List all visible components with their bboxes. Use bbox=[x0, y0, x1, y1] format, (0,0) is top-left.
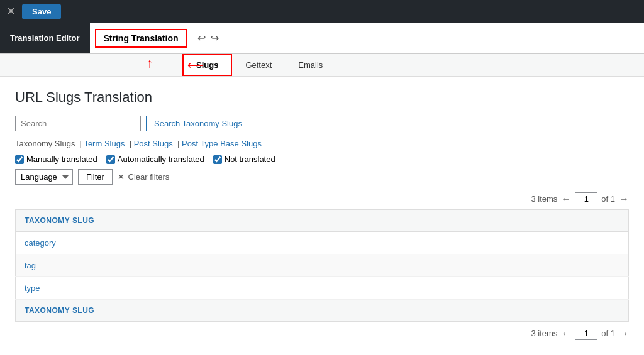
clear-filters-button[interactable]: ✕ Clear filters bbox=[118, 172, 170, 182]
slug-cell[interactable]: type bbox=[16, 277, 629, 300]
table-row: type bbox=[16, 277, 629, 300]
prev-page-button[interactable]: ← bbox=[561, 194, 571, 205]
manually-translated-checkbox[interactable] bbox=[15, 155, 24, 164]
not-translated-label: Not translated bbox=[225, 155, 275, 164]
term-slugs-link[interactable]: Term Slugs bbox=[84, 139, 125, 148]
auto-translated-label: Automatically translated bbox=[118, 155, 204, 164]
nav-right: String Translation ↑ ↩ ↪ bbox=[90, 23, 224, 53]
save-button[interactable]: Save bbox=[22, 4, 61, 19]
footer-header: TAXONOMY SLUG bbox=[16, 300, 629, 322]
next-page-button[interactable]: → bbox=[619, 194, 629, 205]
page-total: of 1 bbox=[601, 194, 615, 204]
not-translated-checkbox[interactable] bbox=[213, 155, 222, 164]
page-input-bottom[interactable] bbox=[575, 327, 597, 340]
filter-links: Taxonomy Slugs | Term Slugs | Post Slugs… bbox=[15, 139, 629, 148]
clear-filters-label: Clear filters bbox=[128, 172, 170, 182]
nav-bar: Translation Editor String Translation ↑ … bbox=[0, 23, 644, 54]
auto-translated-checkbox-label: Automatically translated bbox=[106, 155, 204, 164]
undo-redo-group: ↩ ↪ bbox=[197, 32, 219, 44]
tab-gettext[interactable]: Gettext bbox=[232, 54, 285, 76]
next-page-button-bottom[interactable]: → bbox=[619, 328, 629, 339]
auto-translated-checkbox[interactable] bbox=[106, 155, 115, 164]
tab-gettext-label: Gettext bbox=[245, 60, 272, 70]
lang-filter-row: Language Filter ✕ Clear filters bbox=[15, 169, 629, 185]
tab-emails[interactable]: Emails bbox=[285, 54, 336, 76]
pagination-top: 3 items ← of 1 → bbox=[15, 192, 629, 205]
string-translation-tab[interactable]: String Translation bbox=[95, 29, 187, 48]
main-content: URL Slugs Translation Search Taxonomy Sl… bbox=[0, 77, 644, 355]
table-row: category bbox=[16, 232, 629, 254]
page-input[interactable] bbox=[575, 192, 597, 205]
manually-translated-checkbox-label: Manually translated bbox=[15, 155, 97, 164]
checkboxes-row: Manually translated Automatically transl… bbox=[15, 155, 629, 164]
items-count: 3 items bbox=[531, 194, 557, 204]
pagination-bottom: 3 items ← of 1 → bbox=[15, 327, 629, 340]
translation-editor-label: Translation Editor bbox=[0, 23, 90, 53]
manually-translated-label: Manually translated bbox=[26, 155, 97, 164]
language-select[interactable]: Language bbox=[15, 169, 73, 185]
search-taxonomy-button[interactable]: Search Taxonomy Slugs bbox=[146, 116, 250, 131]
page-title: URL Slugs Translation bbox=[15, 89, 629, 106]
post-slugs-link[interactable]: Post Slugs bbox=[134, 139, 173, 148]
table-row: tag bbox=[16, 254, 629, 277]
right-arrow-annotation: ⟵ bbox=[187, 58, 204, 72]
post-type-base-slugs-link[interactable]: Post Type Base Slugs bbox=[182, 139, 262, 148]
not-translated-checkbox-label: Not translated bbox=[213, 155, 275, 164]
search-input[interactable] bbox=[15, 116, 141, 131]
close-button[interactable]: ✕ bbox=[6, 6, 16, 17]
search-row: Search Taxonomy Slugs bbox=[15, 116, 629, 131]
clear-x-icon: ✕ bbox=[118, 172, 125, 182]
up-arrow-annotation: ↑ bbox=[147, 55, 153, 72]
taxonomy-slugs-label: Taxonomy Slugs bbox=[15, 139, 75, 148]
tab-emails-label: Emails bbox=[298, 60, 323, 70]
top-bar: ✕ Save bbox=[0, 0, 644, 23]
undo-button[interactable]: ↩ bbox=[197, 32, 206, 44]
filter-button[interactable]: Filter bbox=[78, 169, 113, 185]
prev-page-button-bottom[interactable]: ← bbox=[561, 328, 571, 339]
tabs-bar: ⟵ Slugs Gettext Emails bbox=[0, 54, 644, 77]
redo-button[interactable]: ↪ bbox=[211, 32, 219, 44]
slug-cell[interactable]: tag bbox=[16, 254, 629, 277]
slug-table: TAXONOMY SLUG category tag type TAXONOMY… bbox=[15, 209, 629, 322]
app-wrapper: ✕ Save Translation Editor String Transla… bbox=[0, 0, 644, 355]
slug-cell[interactable]: category bbox=[16, 232, 629, 254]
column-header: TAXONOMY SLUG bbox=[16, 210, 629, 232]
items-count-bottom: 3 items bbox=[531, 329, 557, 338]
page-total-bottom: of 1 bbox=[601, 329, 615, 338]
